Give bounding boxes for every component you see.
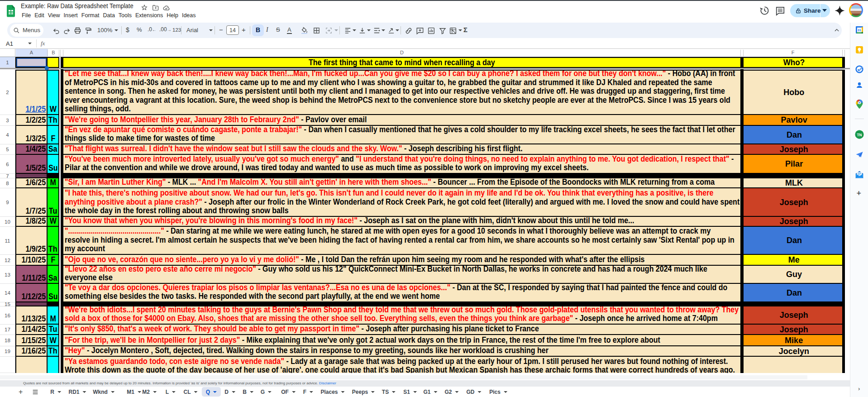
svg-text:31: 31 [858, 28, 861, 32]
svg-text:TN: TN [857, 132, 862, 137]
